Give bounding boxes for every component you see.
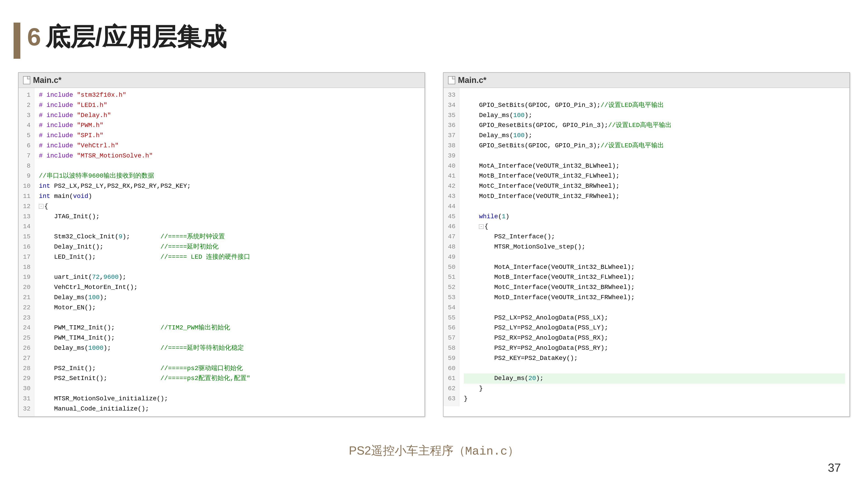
code-line: LED_Init(); //===== LED 连接的硬件接口	[39, 252, 420, 262]
code-line: Manual_Code_initialize();	[39, 404, 420, 414]
code-line: MotB_Interface(VeOUTR_int32_FLWheel);	[464, 171, 845, 181]
code-line: Delay_ms(100);	[464, 110, 845, 121]
code-line	[464, 151, 845, 161]
code-line: # include "VehCtrl.h"	[39, 141, 420, 151]
code-line-highlighted: Delay_ms(20);	[464, 373, 845, 384]
left-panel-title: Main.c*	[33, 75, 61, 85]
code-line: PS2_KEY=PS2_DataKey();	[464, 353, 845, 363]
code-line: GPIO_SetBits(GPIOC, GPIO_Pin_3);//设置LED高…	[464, 141, 845, 151]
code-line	[39, 353, 420, 363]
accent-bar	[13, 23, 20, 59]
code-line: MotB_Interface(VeOUTR_int32_FLWheel);	[464, 272, 845, 283]
right-line-numbers: 3334353637 3839404142 4344454647 4849505…	[443, 88, 459, 406]
code-line	[39, 161, 420, 171]
code-line: MTSR_MotionSolve_step();	[464, 242, 845, 252]
code-line: Motor_EN();	[39, 303, 420, 313]
right-code-body: 3334353637 3839404142 4344454647 4849505…	[443, 88, 849, 406]
left-panel-header: Main.c*	[19, 73, 425, 88]
code-line: PS2_Init(); //=====ps2驱动端口初始化	[39, 363, 420, 374]
code-line: # include "Delay.h"	[39, 110, 420, 121]
code-line: MotC_Interface(VeOUTR_int32_BRWheel);	[464, 181, 845, 191]
code-line: }	[464, 384, 845, 394]
code-line	[39, 262, 420, 272]
right-code-content: GPIO_SetBits(GPIOC, GPIO_Pin_3);//设置LED高…	[459, 88, 849, 406]
file-icon-right	[448, 76, 455, 84]
code-line: MotA_Interface(VeOUTR_int32_BLWheel);	[464, 161, 845, 171]
file-icon-left	[23, 76, 30, 84]
code-line	[39, 222, 420, 232]
right-panel-header: Main.c*	[443, 73, 849, 88]
code-line: -{	[39, 201, 420, 212]
left-code-content: # include "stm32f10x.h" # include "LED1.…	[34, 88, 425, 416]
code-line	[464, 252, 845, 262]
code-line: Delay_Init(); //=====延时初始化	[39, 242, 420, 252]
code-line: PWM_TIM2_Init(); //TIM2_PWM输出初始化	[39, 323, 420, 333]
code-line: PS2_Interface();	[464, 232, 845, 242]
code-line: int PS2_LX,PS2_LY,PS2_RX,PS2_RY,PS2_KEY;	[39, 181, 420, 191]
code-line: Delay_ms(100);	[39, 293, 420, 303]
code-line: MotC_Interface(VeOUTR_int32_BRWheel);	[464, 283, 845, 293]
code-line: PS2_RX=PS2_AnologData(PSS_RX);	[464, 333, 845, 343]
code-line: # include "LED1.h"	[39, 100, 420, 110]
code-line: MotD_Interface(VeOUTR_int32_FRWheel);	[464, 293, 845, 303]
code-line: PWM_TIM4_Init();	[39, 333, 420, 343]
code-line	[464, 303, 845, 313]
code-line: PS2_RY=PS2_AnologData(PSS_RY);	[464, 343, 845, 353]
left-code-body: 12345 678910 1112131415 1617181920 21222…	[19, 88, 425, 416]
code-line: VehCtrl_MotorEn_Int();	[39, 283, 420, 293]
code-line: GPIO_SetBits(GPIOC, GPIO_Pin_3);//设置LED高…	[464, 100, 845, 110]
code-line	[464, 201, 845, 212]
code-line: # include "MTSR_MotionSolve.h"	[39, 151, 420, 161]
code-line	[464, 363, 845, 374]
code-line: Stm32_Clock_Init(9); //=====系统时钟设置	[39, 232, 420, 242]
code-line: PS2_LY=PS2_AnologData(PSS_LY);	[464, 323, 845, 333]
code-line: PS2_LX=PS2_AnologData(PSS_LX);	[464, 313, 845, 323]
panels-container: Main.c* 12345 678910 1112131415 16171819…	[18, 72, 850, 417]
code-line: -{	[464, 222, 845, 232]
code-line: }	[464, 394, 845, 404]
title-text: 底层/应用层集成	[45, 23, 226, 51]
code-line: uart_init(72,9600);	[39, 272, 420, 283]
code-line: # include "stm32f10x.h"	[39, 90, 420, 100]
title-number: 6	[27, 23, 41, 51]
code-line: PS2_SetInit(); //=====ps2配置初始化,配置"	[39, 373, 420, 384]
code-line: while(1)	[464, 212, 845, 222]
code-line	[39, 384, 420, 394]
code-line: GPIO_ResetBits(GPIOC, GPIO_Pin_3);//设置LE…	[464, 121, 845, 131]
code-line: # include "PWM.h"	[39, 121, 420, 131]
caption: PS2遥控小车主程序（Main.c）	[0, 443, 868, 459]
code-line	[39, 313, 420, 323]
code-line: MotA_Interface(VeOUTR_int32_BLWheel);	[464, 262, 845, 272]
code-line: # include "SPI.h"	[39, 131, 420, 141]
page-number: 37	[828, 461, 841, 475]
left-line-numbers: 12345 678910 1112131415 1617181920 21222…	[19, 88, 34, 416]
left-code-panel: Main.c* 12345 678910 1112131415 16171819…	[18, 72, 425, 417]
code-line: //串口1以波特率9600输出接收到的数据	[39, 171, 420, 181]
code-line: Delay_ms(100);	[464, 131, 845, 141]
caption-text: PS2遥控小车主程序（Main.c）	[349, 444, 519, 457]
code-line	[464, 90, 845, 100]
code-line: MTSR_MotionSolve_initialize();	[39, 394, 420, 404]
code-line: JTAG_Init();	[39, 212, 420, 222]
right-panel-title: Main.c*	[458, 75, 487, 85]
code-line: Delay_ms(1000); //=====延时等待初始化稳定	[39, 343, 420, 353]
code-line: MotD_Interface(VeOUTR_int32_FRWheel);	[464, 191, 845, 201]
code-line: int main(void)	[39, 191, 420, 201]
page-container: 6底层/应用层集成 Main.c* 12345 678910 111213141…	[0, 0, 868, 488]
page-title: 6底层/应用层集成	[27, 20, 226, 54]
right-code-panel: Main.c* 3334353637 3839404142 4344454647…	[443, 72, 850, 417]
